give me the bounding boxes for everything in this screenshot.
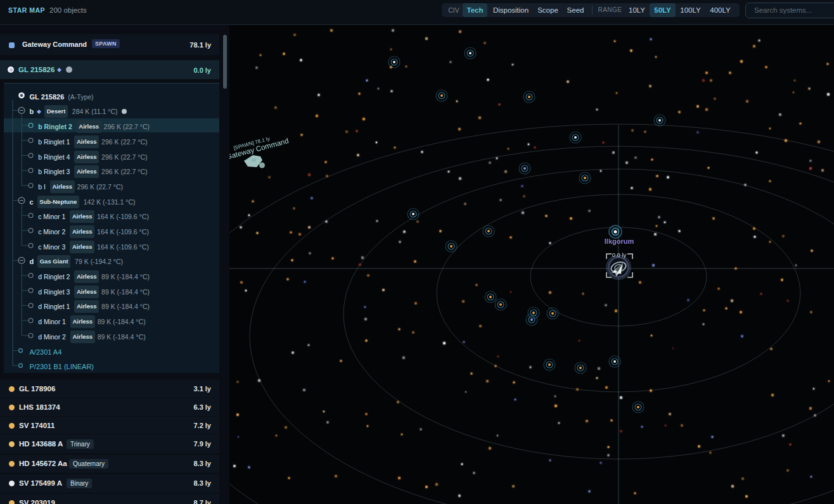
svg-text:Ilkgorum: Ilkgorum: [605, 237, 634, 245]
svg-text:0.0 ly: 0.0 ly: [612, 251, 627, 258]
